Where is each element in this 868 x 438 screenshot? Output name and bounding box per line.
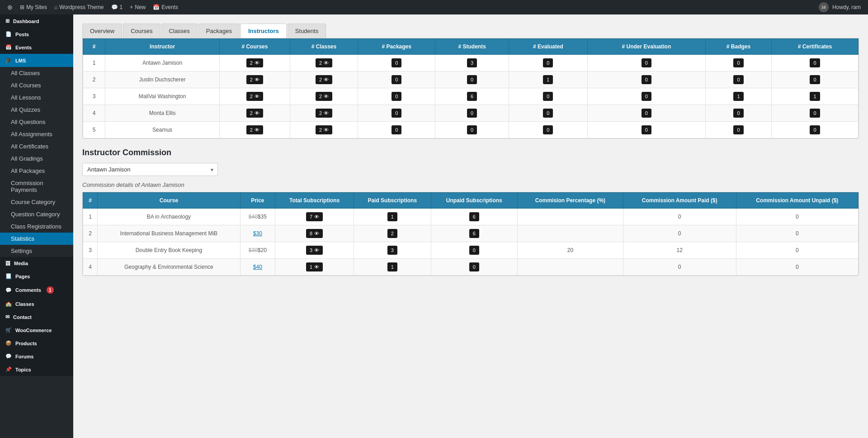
sidebar-item-products[interactable]: 📦 Products [0,337,73,350]
tab-packages[interactable]: Packages [198,24,240,38]
sidebar-item-all-packages[interactable]: All Packages [0,165,73,177]
sidebar-item-settings[interactable]: Settings [0,245,73,257]
evaluated-btn[interactable]: 0 [543,58,553,67]
students-btn[interactable]: 6 [467,92,477,101]
sidebar-item-all-classes[interactable]: All Classes [0,67,73,79]
courses-view-button[interactable]: 2 👁 [246,125,263,134]
unpaid-subs-btn[interactable]: 6 [469,212,479,221]
sidebar-item-classes[interactable]: 🏫 Classes [0,297,73,310]
unpaid-subs-btn[interactable]: 0 [469,246,479,255]
courses-view-button[interactable]: 2 👁 [246,75,263,84]
packages-btn[interactable]: 0 [392,75,401,84]
courses-view-button[interactable]: 2 👁 [246,58,263,67]
classes-view-button[interactable]: 2 👁 [316,58,332,67]
sidebar-item-statistics[interactable]: Statistics [0,233,73,245]
sidebar-item-topics[interactable]: 📌 Topics [0,363,73,376]
unpaid-subs-btn[interactable]: 0 [469,262,479,271]
adminbar-wp-logo[interactable]: ⊛ [4,0,16,14]
total-subs-btn[interactable]: 8 👁 [306,229,323,238]
sidebar-item-all-questions[interactable]: All Questions [0,116,73,128]
sidebar-item-comments[interactable]: 💬 Comments 1 [0,283,73,297]
price-link[interactable]: $40 [253,264,262,270]
row-under-eval: 0 [587,122,705,138]
badges-btn[interactable]: 0 [733,109,743,118]
paid-subs-btn[interactable]: 1 [387,212,397,221]
under-eval-btn[interactable]: 0 [642,75,651,84]
certificates-btn[interactable]: 0 [810,58,820,67]
instructor-select[interactable]: Antawn JamisonJustin DuchschererMaliVai … [82,163,218,176]
packages-btn[interactable]: 0 [392,109,401,118]
sidebar-item-events[interactable]: 📅 Events [0,41,73,54]
certificates-btn[interactable]: 0 [810,75,820,84]
sidebar-item-media[interactable]: 🖼 Media [0,257,73,270]
sidebar-item-class-registrations[interactable]: Class Registrations [0,220,73,233]
sidebar-item-lms[interactable]: 🎓 LMS [0,54,73,67]
tab-overview[interactable]: Overview [82,24,122,38]
under-eval-btn[interactable]: 0 [642,92,651,101]
evaluated-btn[interactable]: 0 [543,125,553,134]
tab-classes[interactable]: Classes [161,24,198,38]
evaluated-btn[interactable]: 0 [543,109,553,118]
sidebar-item-question-category[interactable]: Question Category [0,208,73,220]
classes-view-button[interactable]: 2 👁 [316,75,332,84]
under-eval-btn[interactable]: 0 [642,109,651,118]
badges-btn[interactable]: 1 [733,92,743,101]
adminbar-user[interactable]: 16 Howdy, ram [815,0,864,14]
students-btn[interactable]: 0 [467,125,477,134]
certificates-btn[interactable]: 0 [810,125,820,134]
sidebar-item-contact[interactable]: ✉ Contact [0,310,73,324]
sidebar-item-all-quizzes[interactable]: All Quizzes [0,104,73,116]
courses-view-button[interactable]: 2 👁 [246,92,263,101]
paid-subs-btn[interactable]: 3 [387,246,397,255]
evaluated-btn[interactable]: 1 [543,75,553,84]
unpaid-subs-btn[interactable]: 6 [469,229,479,238]
row-courses: 2 👁 [219,71,290,88]
sidebar-item-all-lessons[interactable]: All Lessons [0,91,73,104]
under-eval-btn[interactable]: 0 [642,125,651,134]
adminbar-my-sites[interactable]: ⊞ My Sites [16,0,51,14]
tab-courses[interactable]: Courses [123,24,160,38]
sidebar-item-woocommerce[interactable]: 🛒 WooCommerce [0,324,73,337]
packages-btn[interactable]: 0 [392,125,401,134]
classes-view-button[interactable]: 2 👁 [316,109,332,118]
sidebar-item-commission-payments[interactable]: Commission Payments [0,177,73,196]
sidebar-item-pages[interactable]: 📃 Pages [0,270,73,283]
adminbar-wordpress-theme[interactable]: ⌂ Wordpress Theme [51,0,108,14]
paid-subs-btn[interactable]: 2 [387,229,397,238]
under-eval-btn[interactable]: 0 [642,58,651,67]
tab-students[interactable]: Students [288,24,326,38]
price-link[interactable]: $30 [253,230,262,237]
sidebar-item-course-category[interactable]: Course Category [0,196,73,208]
tab-instructors[interactable]: Instructors [241,24,287,38]
classes-view-button[interactable]: 2 👁 [316,125,332,134]
adminbar-comments[interactable]: 💬 1 [108,0,127,14]
badges-btn[interactable]: 0 [733,75,743,84]
certificates-btn[interactable]: 0 [810,109,820,118]
total-subs-btn[interactable]: 7 👁 [306,212,323,221]
classes-view-button[interactable]: 2 👁 [316,92,332,101]
sidebar-item-all-courses[interactable]: All Courses [0,79,73,91]
badges-btn[interactable]: 0 [733,58,743,67]
total-subs-btn[interactable]: 1 👁 [306,262,323,271]
eye-icon: 👁 [255,110,259,116]
certificates-btn[interactable]: 1 [810,92,820,101]
sidebar-item-posts[interactable]: 📄 Posts [0,28,73,41]
paid-subs-btn[interactable]: 1 [387,262,397,271]
students-btn[interactable]: 0 [467,109,477,118]
sidebar-item-all-certificates[interactable]: All Certificates [0,140,73,152]
comm-row-total-subs: 1 👁 [275,259,354,276]
courses-view-button[interactable]: 2 👁 [246,109,263,118]
packages-btn[interactable]: 0 [392,58,401,67]
total-subs-btn[interactable]: 3 👁 [306,246,323,255]
packages-btn[interactable]: 0 [392,92,401,101]
sidebar-item-all-gradings[interactable]: All Gradings [0,152,73,165]
evaluated-btn[interactable]: 0 [543,92,553,101]
sidebar-item-all-assignments[interactable]: All Assignments [0,128,73,140]
badges-btn[interactable]: 0 [733,125,743,134]
adminbar-events[interactable]: 📅 Events [149,0,182,14]
sidebar-item-dashboard[interactable]: ⊞ Dashboard [0,14,73,28]
students-btn[interactable]: 3 [467,58,477,67]
adminbar-new[interactable]: + New [126,0,149,14]
sidebar-item-forums[interactable]: 💬 Forums [0,350,73,363]
students-btn[interactable]: 0 [467,75,477,84]
